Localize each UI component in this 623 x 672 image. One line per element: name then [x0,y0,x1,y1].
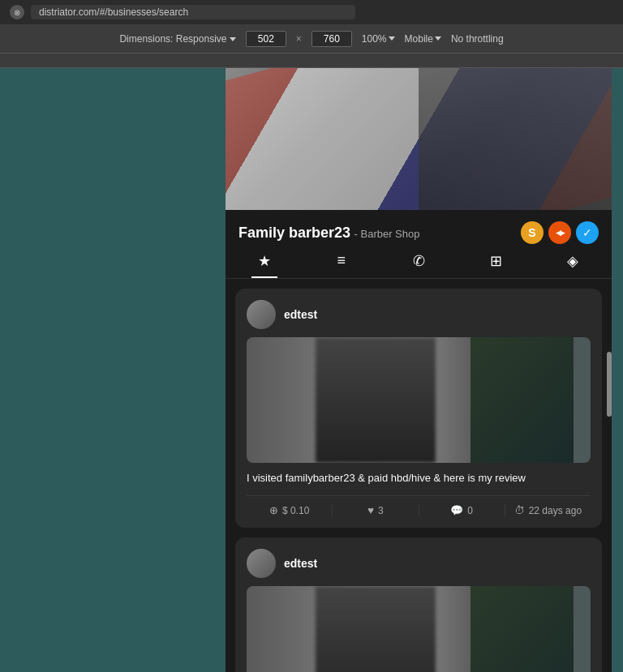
tab-gallery[interactable]: ⊞ [458,252,535,278]
business-name: Family barber23 [238,225,350,241]
nav-tabs: ★ ≡ ✆ ⊞ ◈ [226,244,612,279]
throttling-selector[interactable]: No throttling [451,33,504,45]
post-author-row: edtest [247,300,591,329]
mobile-viewport: Family barber23 - Barber Shop S ✓ ★ ≡ ✆ [226,68,612,672]
hive-badge [548,221,571,244]
business-title: Family barber23 - Barber Shop [238,225,419,242]
ruler [0,54,623,68]
post-stats: ⊕ $ 0.10 ♥ 3 💬 0 ⏱ 22 days ago [247,495,591,516]
heart-icon: ♥ [367,504,374,516]
star-icon: ★ [258,252,271,270]
phone-icon: ✆ [413,252,425,270]
dimensions-dropdown-icon[interactable] [230,37,236,41]
business-header: Family barber23 - Barber Shop S ✓ [226,210,612,244]
post-image [247,337,591,463]
browser-icon: ⊗ [10,5,24,19]
post-card: edtest I visited familybarber23 & paid h… [235,289,602,528]
comment-icon: 💬 [450,504,463,516]
viewport-width-input[interactable] [246,31,286,47]
mobile-dropdown-icon [435,36,441,41]
post-title: I visited familybarber23 & paid hbd/hive… [247,471,591,486]
tab-tag[interactable]: ◈ [535,252,612,278]
business-badges: S ✓ [521,221,599,244]
stat-comments: 💬 0 [419,504,505,516]
comments-value: 0 [467,505,473,516]
verified-badge: ✓ [576,221,599,244]
address-bar[interactable]: distriator.com/#/businesses/search [31,5,355,19]
tab-phone[interactable]: ✆ [380,252,457,278]
likes-value: 3 [378,505,384,516]
avatar [247,549,276,578]
stat-amount: ⊕ $ 0.10 [247,504,333,516]
author-name: edtest [284,308,317,321]
devtools-bar: Dimensions: Responsive × 100% Mobile No … [0,24,623,54]
author-name: edtest [284,557,317,570]
posts-area: edtest I visited familybarber23 & paid h… [226,279,612,672]
stat-time: ⏱ 22 days ago [505,504,591,516]
browser-chrome: ⊗ distriator.com/#/businesses/search [0,0,623,24]
dimensions-label[interactable]: Dimensions: Responsive [119,33,235,45]
scrollbar-handle[interactable] [607,352,612,417]
main-area: Family barber23 - Barber Shop S ✓ ★ ≡ ✆ [0,68,623,672]
gallery-icon: ⊞ [490,252,502,270]
time-value: 22 days ago [529,505,582,516]
tab-menu[interactable]: ≡ [303,252,380,278]
hero-image [226,68,612,210]
zoom-selector[interactable]: 100% [362,33,395,45]
stat-likes: ♥ 3 [333,504,419,516]
left-panel [0,68,226,672]
dimension-separator: × [296,33,302,45]
mobile-selector[interactable]: Mobile [405,33,441,45]
tab-favorites[interactable]: ★ [226,252,303,278]
business-type: - Barber Shop [354,228,420,240]
avatar [247,300,276,329]
steem-badge: S [521,221,544,244]
tag-icon: ◈ [567,252,578,270]
clock-icon: ⏱ [514,504,525,516]
post-card: edtest [235,537,602,672]
viewport-height-input[interactable] [312,31,352,47]
menu-icon: ≡ [337,252,346,269]
post-image [247,586,591,672]
amount-value: $ 0.10 [282,505,309,516]
zoom-dropdown-icon [389,36,395,41]
upvote-icon: ⊕ [269,504,278,516]
post-author-row: edtest [247,549,591,578]
